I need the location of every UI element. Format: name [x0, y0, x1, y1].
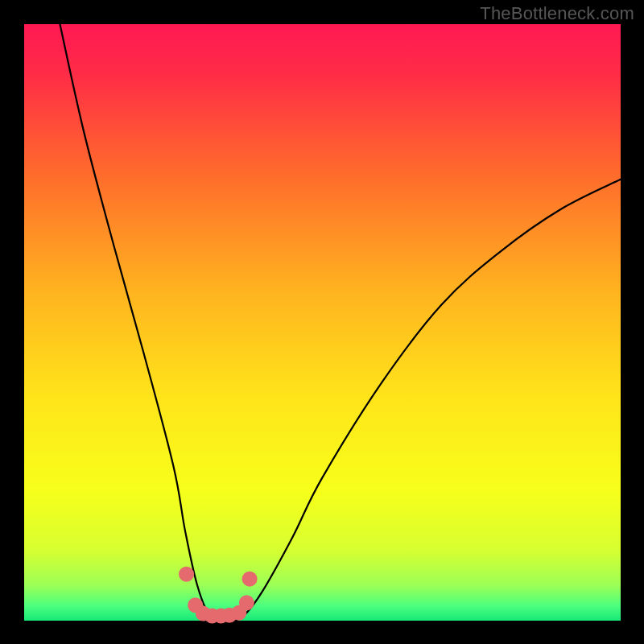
chart-stage: TheBottleneck.com [0, 0, 644, 644]
watermark-text: TheBottleneck.com [480, 3, 634, 24]
highlight-dot [239, 595, 254, 610]
bottleneck-chart [0, 0, 644, 644]
chart-plot-area [24, 24, 621, 621]
highlight-dot [242, 572, 258, 587]
highlight-dot [179, 567, 194, 582]
